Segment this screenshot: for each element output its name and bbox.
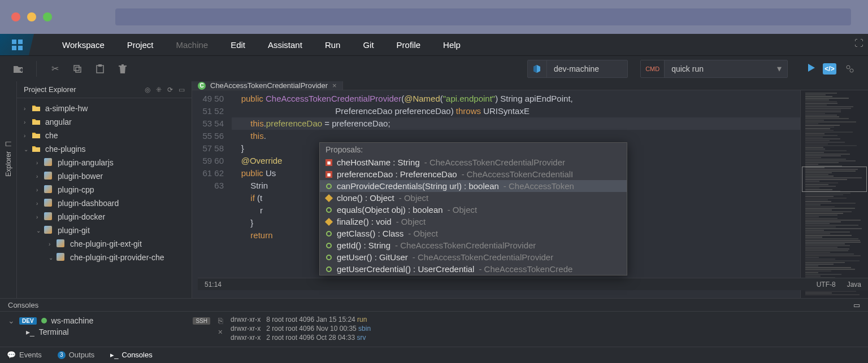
- tree-item[interactable]: ›a-simple-hw: [17, 102, 192, 115]
- run-button[interactable]: [806, 63, 816, 75]
- ssh-badge: SSH: [193, 317, 210, 325]
- tree-item[interactable]: ›che-plugin-git-ext-git: [17, 237, 192, 251]
- console-terminal-row[interactable]: ▸_ Terminal ×: [0, 326, 231, 338]
- explorer-tab[interactable]: Explorer: [5, 151, 12, 177]
- class-icon: C: [198, 82, 206, 90]
- editor-tab[interactable]: C CheAccessTokenCredentialProvider ×: [192, 81, 343, 90]
- svg-rect-5: [98, 64, 102, 67]
- language[interactable]: Java: [847, 281, 861, 288]
- ssh-icon[interactable]: ⎘: [218, 316, 223, 325]
- encoding[interactable]: UTF-8: [817, 281, 836, 288]
- code-view-icon[interactable]: </>: [823, 63, 836, 75]
- terminal-icon: ▸_: [110, 351, 118, 359]
- tree-item[interactable]: ›plugin-cpp: [17, 183, 192, 196]
- project-explorer: Project Explorer ◎ ⁜ ⟳ ▭ ›a-simple-hw›an…: [17, 81, 192, 298]
- tab-outputs[interactable]: 3Outputs: [58, 351, 95, 359]
- svg-point-7: [850, 69, 853, 72]
- dev-badge: DEV: [19, 317, 37, 325]
- copy-icon[interactable]: [70, 61, 85, 77]
- menu-profile[interactable]: Profile: [397, 40, 421, 50]
- locate-icon[interactable]: ◎: [145, 86, 150, 94]
- autocomplete-popup: Proposals: ■cheHostName : String - CheAc…: [319, 142, 627, 275]
- tree-item[interactable]: ›che: [17, 129, 192, 142]
- pin-icon[interactable]: ⊏: [5, 138, 12, 148]
- status-dot-icon: [41, 318, 47, 323]
- menu-machine[interactable]: Machine: [176, 40, 208, 50]
- tree-item[interactable]: ›plugin-docker: [17, 210, 192, 224]
- tree-item[interactable]: ›plugin-dashboard: [17, 196, 192, 210]
- menu-git[interactable]: Git: [363, 40, 374, 50]
- outputs-badge: 3: [58, 351, 66, 359]
- statusbar: 51:14 UTF-8 Java: [198, 278, 868, 290]
- cmd-badge: CMD: [641, 60, 665, 77]
- minimap[interactable]: [800, 90, 868, 298]
- tab-filename: CheAccessTokenCredentialProvider: [210, 81, 328, 90]
- svg-point-6: [847, 65, 850, 69]
- tree-item[interactable]: ›angular: [17, 115, 192, 129]
- settings-icon[interactable]: [842, 61, 858, 77]
- menu-run[interactable]: Run: [325, 40, 341, 50]
- close-terminal-icon[interactable]: ×: [218, 327, 223, 336]
- minimize-panel-icon[interactable]: ▭: [179, 86, 185, 94]
- delete-icon[interactable]: [115, 61, 131, 77]
- toolbar: ✂ dev-machine CMD quick run ▾ </>: [0, 55, 868, 81]
- tab-consoles[interactable]: ▸_Consoles: [110, 351, 152, 359]
- proposal-item[interactable]: equals(Object obj) : boolean - Object: [320, 204, 627, 216]
- menu-workspace[interactable]: Workspace: [62, 40, 105, 50]
- close-window-icon[interactable]: [11, 12, 20, 21]
- terminal-icon: ▸_: [26, 327, 34, 336]
- proposal-item[interactable]: getUserCredential() : UserCredential - C…: [320, 263, 627, 275]
- console-tree: ⌄ DEV ws-machine SSH ⎘ ▸_ Terminal ×: [0, 312, 231, 347]
- refresh-icon[interactable]: ⟳: [167, 86, 173, 94]
- tab-events[interactable]: 💬Events: [7, 351, 42, 359]
- proposals-title: Proposals:: [320, 143, 627, 156]
- proposal-item[interactable]: clone() : Object - Object: [320, 192, 627, 204]
- menu-edit[interactable]: Edit: [231, 40, 245, 50]
- proposal-item[interactable]: ■cheHostName : String - CheAccessTokenCr…: [320, 156, 627, 168]
- close-tab-icon[interactable]: ×: [332, 81, 337, 90]
- new-file-icon[interactable]: [10, 61, 26, 77]
- proposal-item[interactable]: getId() : String - CheAccessTokenCredent…: [320, 239, 627, 251]
- window-titlebar: [0, 0, 868, 34]
- tree-item[interactable]: ⌄plugin-git: [17, 224, 192, 237]
- command-selector[interactable]: CMD quick run ▾: [640, 60, 788, 78]
- minimize-window-icon[interactable]: [27, 12, 36, 21]
- proposal-item[interactable]: finalize() : void - Object: [320, 216, 627, 228]
- proposal-item[interactable]: ■preferenceDao : PreferenceDao - CheAcce…: [320, 168, 627, 180]
- app-logo-icon[interactable]: [0, 34, 34, 55]
- fullscreen-icon[interactable]: ⛶: [854, 38, 863, 49]
- menu-help[interactable]: Help: [443, 40, 461, 50]
- tree-item[interactable]: ⌄che-plugin-git-provider-che: [17, 251, 192, 264]
- panel-title: Project Explorer: [24, 85, 139, 94]
- side-tab-panel: ⊏ Explorer: [0, 81, 17, 298]
- tree-item[interactable]: ⌄che-plugins: [17, 142, 192, 156]
- terminal-output[interactable]: drwxr-xr-x 8 root root 4096 Jan 15 15:24…: [231, 312, 868, 347]
- console-machine-row[interactable]: ⌄ DEV ws-machine SSH ⎘: [0, 315, 231, 326]
- cube-icon: [528, 60, 547, 77]
- bottom-panel: Consoles ▭ ⌄ DEV ws-machine SSH ⎘ ▸_ Ter…: [0, 298, 868, 363]
- svg-rect-1: [21, 68, 22, 72]
- proposal-item[interactable]: canProvideCredentials(String url) : bool…: [320, 180, 627, 192]
- menu-project[interactable]: Project: [127, 40, 154, 50]
- proposal-item[interactable]: getUser() : GitUser - CheAccessTokenCred…: [320, 251, 627, 263]
- collapse-icon[interactable]: ⁜: [156, 86, 162, 94]
- proposal-item[interactable]: getClass() : Class - Object: [320, 228, 627, 239]
- chevron-down-icon: ▾: [771, 63, 787, 74]
- maximize-window-icon[interactable]: [43, 12, 52, 21]
- minimap-viewport[interactable]: [802, 167, 867, 192]
- machine-name: dev-machine: [547, 64, 627, 73]
- paste-icon[interactable]: [92, 61, 108, 77]
- tree-item[interactable]: ›plugin-bower: [17, 169, 192, 183]
- svg-rect-2: [74, 65, 79, 71]
- command-name: quick run: [665, 64, 771, 73]
- svg-rect-3: [76, 67, 81, 72]
- cursor-position: 51:14: [205, 281, 222, 288]
- machine-selector[interactable]: dev-machine: [527, 60, 628, 78]
- url-bar[interactable]: [115, 8, 851, 25]
- panel-toggle-icon[interactable]: ▭: [853, 301, 860, 309]
- cut-icon[interactable]: ✂: [47, 61, 63, 77]
- bottom-tabs: 💬Events 3Outputs ▸_Consoles: [0, 347, 868, 362]
- tree-item[interactable]: ›plugin-angularjs: [17, 156, 192, 169]
- menu-assistant[interactable]: Assistant: [268, 40, 302, 50]
- console-machine-name: ws-machine: [51, 316, 94, 325]
